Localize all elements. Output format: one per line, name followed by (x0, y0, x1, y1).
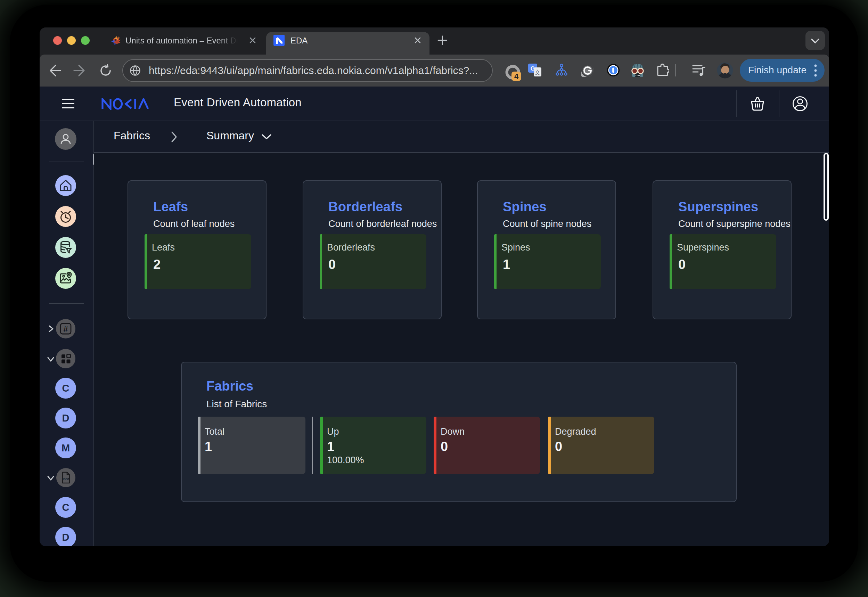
svg-text:#: # (63, 324, 68, 334)
svg-text:4: 4 (514, 72, 519, 81)
svg-text:JSON: JSON (62, 477, 70, 481)
svg-text:文: 文 (535, 69, 541, 76)
